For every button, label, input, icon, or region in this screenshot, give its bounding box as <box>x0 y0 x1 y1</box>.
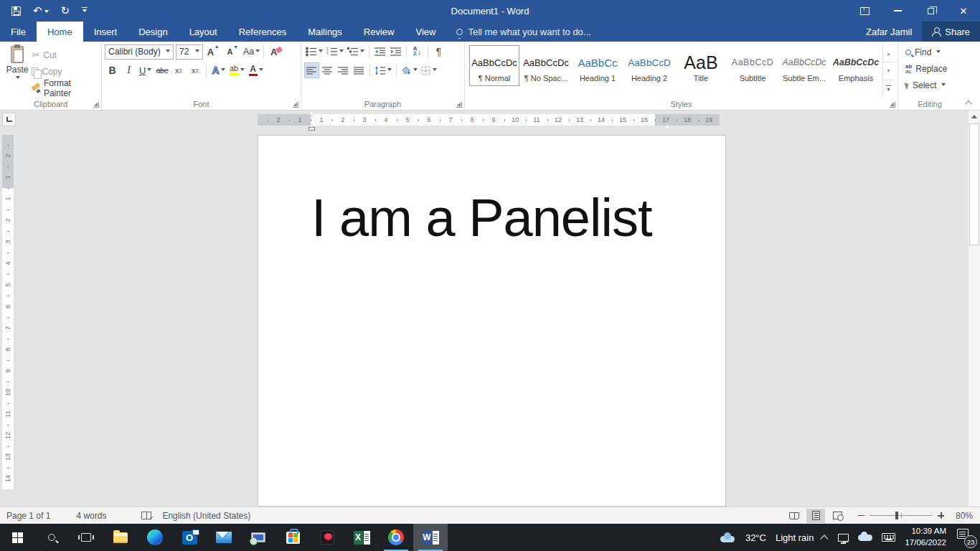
tab-stop-selector[interactable] <box>2 113 16 126</box>
highlight-color-button[interactable]: ab <box>228 62 246 78</box>
style-tile-subtitle[interactable]: AaBbCcDSubtitle <box>727 45 778 86</box>
undo-icon[interactable]: ↶ <box>33 6 49 17</box>
zoom-level[interactable]: 80% <box>947 511 973 521</box>
font-name-combobox[interactable]: Calibri (Body) <box>105 44 174 60</box>
borders-button[interactable] <box>420 62 438 78</box>
change-case-button[interactable]: Aa <box>242 44 261 60</box>
taskbar-mail-button[interactable] <box>207 524 241 551</box>
hidden-icons-chevron[interactable] <box>821 534 829 542</box>
zoom-slider[interactable] <box>870 515 933 516</box>
cut-button[interactable]: ✂ Cut <box>32 48 98 62</box>
grow-font-button[interactable]: A <box>203 44 218 60</box>
bullets-button[interactable] <box>304 44 324 60</box>
language-indicator[interactable]: English (United States) <box>156 511 257 521</box>
taskbar-edge-button[interactable] <box>138 524 172 551</box>
show-hide-pilcrow-button[interactable]: ¶ <box>431 44 446 60</box>
tab-insert[interactable]: Insert <box>83 22 128 42</box>
taskbar-taskview-button[interactable] <box>69 524 103 551</box>
touch-keyboard-icon[interactable] <box>882 533 895 542</box>
save-icon[interactable] <box>11 6 21 16</box>
align-center-button[interactable] <box>320 62 335 78</box>
superscript-button[interactable]: x2 <box>187 62 202 78</box>
taskbar-word-button[interactable]: W <box>413 524 448 551</box>
style-tile-heading-1[interactable]: AaBbCcHeading 1 <box>573 45 623 86</box>
paste-button[interactable]: Paste <box>3 44 32 98</box>
paragraph-dialog-launcher[interactable] <box>456 102 462 108</box>
styles-more-icon[interactable]: ▼ <box>883 80 894 97</box>
vertical-scrollbar[interactable] <box>968 110 980 507</box>
onedrive-icon[interactable] <box>858 534 872 541</box>
font-dialog-launcher[interactable] <box>293 102 298 108</box>
scrollbar-thumb[interactable] <box>969 123 979 245</box>
proofing-icon[interactable] <box>141 512 151 519</box>
align-right-button[interactable] <box>336 62 351 78</box>
scroll-up-icon[interactable] <box>969 110 980 122</box>
taskbar-store-button[interactable] <box>275 524 310 551</box>
signed-in-user[interactable]: Zafar Jamil <box>856 22 922 42</box>
increase-indent-button[interactable] <box>388 44 403 60</box>
styles-dialog-launcher[interactable] <box>890 102 895 108</box>
word-count[interactable]: 4 words <box>70 511 113 521</box>
share-button[interactable]: Share <box>922 22 980 42</box>
style-tile-title[interactable]: AaBTitle <box>676 45 726 86</box>
copy-button[interactable]: Copy <box>32 65 98 78</box>
strikethrough-button[interactable]: abe <box>154 62 169 78</box>
select-button[interactable]: Select <box>901 78 958 93</box>
ribbon-display-options-icon[interactable] <box>848 0 881 22</box>
taskbar-media-button[interactable] <box>310 524 344 551</box>
weather-temperature[interactable]: 32°C <box>745 532 766 543</box>
tab-review[interactable]: Review <box>353 22 405 42</box>
first-line-indent-marker[interactable] <box>308 112 315 120</box>
font-size-combobox[interactable]: 72 <box>176 44 203 60</box>
styles-scroll-down-icon[interactable]: ▼ <box>883 62 894 80</box>
find-button[interactable]: Find <box>901 45 958 60</box>
styles-scroll-up-icon[interactable]: ▲ <box>883 45 894 62</box>
multilevel-list-button[interactable] <box>346 44 366 60</box>
vertical-ruler[interactable]: 211234567891011121314 <box>2 135 14 489</box>
style-tile--normal[interactable]: AaBbCcDc¶ Normal <box>469 45 519 86</box>
clock[interactable]: 10:39 AM 17/06/2022 <box>905 526 946 548</box>
sort-button[interactable]: AZ↓ <box>410 44 425 60</box>
format-painter-button[interactable]: Format Painter <box>32 81 98 95</box>
tab-design[interactable]: Design <box>128 22 178 42</box>
horizontal-ruler[interactable]: 2112345678910111213141516171819 <box>258 114 720 126</box>
tab-view[interactable]: View <box>405 22 446 42</box>
style-tile--no-spac-[interactable]: AaBbCcDc¶ No Spac... <box>521 45 571 86</box>
document-body-text[interactable]: I am a Panelist <box>311 187 725 248</box>
font-color-button[interactable]: A <box>248 62 265 78</box>
restore-icon[interactable] <box>914 0 947 22</box>
bold-button[interactable]: B <box>105 62 120 78</box>
collapse-ribbon-icon[interactable] <box>964 98 974 107</box>
decrease-indent-button[interactable] <box>372 44 387 60</box>
redo-icon[interactable]: ↻ <box>61 6 70 17</box>
taskbar-search-button[interactable] <box>34 524 69 551</box>
shrink-font-button[interactable]: A <box>222 44 237 60</box>
line-spacing-button[interactable] <box>373 62 393 78</box>
print-layout-button[interactable] <box>806 509 825 523</box>
customize-qat-icon[interactable] <box>82 7 88 15</box>
read-mode-button[interactable] <box>785 509 804 523</box>
right-indent-marker[interactable] <box>664 121 671 128</box>
taskbar-outlook-button[interactable]: O <box>172 524 207 551</box>
text-effects-button[interactable]: A <box>210 62 226 78</box>
align-left-button[interactable] <box>304 62 319 78</box>
page-indicator[interactable]: Page 1 of 1 <box>0 511 57 521</box>
tab-mailings[interactable]: Mailings <box>297 22 353 42</box>
taskbar-rdp-button[interactable] <box>241 524 275 551</box>
zoom-slider-thumb[interactable] <box>895 512 898 519</box>
web-layout-button[interactable] <box>828 509 847 523</box>
tab-file[interactable]: File <box>0 22 37 42</box>
style-tile-heading-2[interactable]: AaBbCcDHeading 2 <box>624 45 674 86</box>
document-page[interactable]: I am a Panelist <box>258 135 726 507</box>
taskbar-chrome-button[interactable] <box>379 524 413 551</box>
clipboard-dialog-launcher[interactable] <box>93 102 99 108</box>
tab-references[interactable]: References <box>228 22 297 42</box>
justify-button[interactable] <box>352 62 367 78</box>
subscript-button[interactable]: x2 <box>171 62 186 78</box>
minimize-icon[interactable] <box>881 0 914 22</box>
shading-button[interactable] <box>400 62 419 78</box>
taskbar-start-button[interactable] <box>0 524 34 551</box>
tab-home[interactable]: Home <box>37 22 83 42</box>
zoom-in-icon[interactable] <box>938 512 944 519</box>
style-tile-emphasis[interactable]: AaBbCcDcEmphasis <box>831 45 881 86</box>
